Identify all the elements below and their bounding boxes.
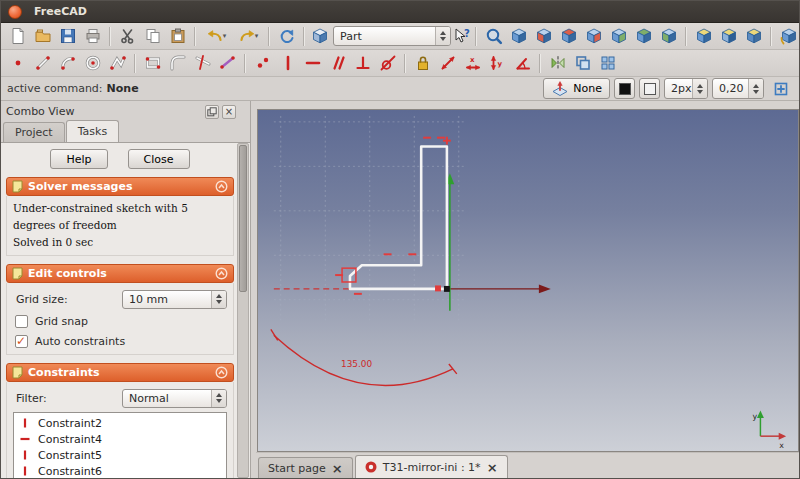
angle-arc[interactable] bbox=[271, 329, 457, 385]
workbench-combobox[interactable]: Part bbox=[333, 26, 451, 46]
filter-combobox[interactable]: Normal bbox=[122, 389, 227, 408]
sketch-point[interactable] bbox=[435, 285, 441, 291]
external-geometry-button[interactable] bbox=[215, 51, 240, 75]
save-document-button[interactable] bbox=[55, 24, 80, 48]
window-close-button[interactable] bbox=[8, 5, 22, 19]
constrain-distance-button[interactable] bbox=[435, 51, 460, 75]
collapse-icon[interactable] bbox=[215, 180, 228, 193]
trim-edge-button[interactable] bbox=[190, 51, 215, 75]
array-sketch-button[interactable] bbox=[595, 51, 620, 75]
sketch-canvas[interactable]: 135.00 y x bbox=[258, 110, 798, 451]
clone-sketch-button[interactable] bbox=[570, 51, 595, 75]
view-trimetric-button[interactable] bbox=[741, 24, 766, 48]
constrain-perpendicular-button[interactable] bbox=[350, 51, 375, 75]
constrain-tangent-button[interactable] bbox=[375, 51, 400, 75]
panel-float-button[interactable] bbox=[205, 105, 219, 119]
help-button[interactable]: Help bbox=[50, 149, 107, 169]
create-circle-button[interactable] bbox=[80, 51, 105, 75]
panel-close-button[interactable]: × bbox=[222, 105, 236, 119]
constraint-list-item[interactable]: Constraint2 bbox=[14, 415, 226, 431]
redo-button[interactable]: ▾ bbox=[232, 24, 264, 48]
create-polyline-button[interactable] bbox=[105, 51, 130, 75]
scrollbar-thumb[interactable] bbox=[239, 145, 247, 292]
origin-point[interactable] bbox=[444, 286, 450, 292]
fit-all-button[interactable] bbox=[481, 24, 506, 48]
create-line-button[interactable] bbox=[30, 51, 55, 75]
auto-constraints-checkbox-row[interactable]: Auto constraints bbox=[15, 334, 225, 349]
autogroup-button[interactable] bbox=[768, 77, 793, 101]
view-top-button[interactable] bbox=[556, 24, 581, 48]
redo-dropdown-caret[interactable]: ▾ bbox=[255, 32, 259, 40]
view-dimetric-button[interactable] bbox=[716, 24, 741, 48]
svg-text:x: x bbox=[470, 56, 475, 64]
undo-button[interactable]: ▾ bbox=[200, 24, 232, 48]
working-plane-button[interactable]: None bbox=[543, 78, 610, 99]
view-front-button[interactable] bbox=[531, 24, 556, 48]
constrain-coincident-button[interactable] bbox=[250, 51, 275, 75]
cut-button[interactable] bbox=[115, 24, 140, 48]
constraints-header[interactable]: Constraints bbox=[6, 363, 234, 382]
undo-dropdown-caret[interactable]: ▾ bbox=[223, 32, 227, 40]
constrain-parallel-button[interactable] bbox=[325, 51, 350, 75]
tab-close-icon[interactable]: × bbox=[332, 462, 343, 475]
line-width-spinbox[interactable]: 2px bbox=[664, 78, 708, 99]
whatsthis-button[interactable]: ? bbox=[453, 24, 471, 48]
titlebar[interactable]: FreeCAD bbox=[1, 1, 799, 23]
constrain-distance-x-button[interactable]: x bbox=[460, 51, 485, 75]
tab-close-icon[interactable]: × bbox=[487, 461, 498, 474]
solver-messages-header[interactable]: Solver messages bbox=[6, 177, 234, 196]
spinner-arrows-icon[interactable] bbox=[748, 79, 763, 98]
collapse-icon[interactable] bbox=[215, 267, 228, 280]
collapse-icon[interactable] bbox=[215, 366, 228, 379]
mirror-sketch-button[interactable] bbox=[545, 51, 570, 75]
sketch-profile[interactable] bbox=[350, 147, 447, 289]
view-left-button[interactable] bbox=[656, 24, 681, 48]
tab-tasks[interactable]: Tasks bbox=[66, 120, 119, 142]
view-isometric-button[interactable] bbox=[691, 24, 716, 48]
constraint-list-item[interactable]: Constraint6 bbox=[14, 463, 226, 478]
auto-constraints-checkbox[interactable] bbox=[15, 335, 28, 348]
panel-scrollbar[interactable] bbox=[237, 143, 249, 478]
constraint-list-item[interactable]: Constraint4 bbox=[14, 431, 226, 447]
view-left-icon bbox=[660, 27, 678, 45]
line-color-button[interactable] bbox=[614, 78, 635, 99]
angle-dimension-label[interactable]: 135.00 bbox=[341, 359, 372, 369]
constrain-vertical-button[interactable] bbox=[275, 51, 300, 75]
edit-controls-header[interactable]: Edit controls bbox=[6, 264, 234, 283]
paste-button[interactable] bbox=[165, 24, 190, 48]
document-tab[interactable]: T31-mirror-ini : 1*× bbox=[355, 455, 508, 478]
spinner-arrows-icon[interactable] bbox=[692, 79, 707, 98]
constrain-distance-y-button[interactable]: y bbox=[485, 51, 510, 75]
grid-snap-checkbox-row[interactable]: Grid snap bbox=[15, 314, 225, 329]
constraint-list[interactable]: Constraint2Constraint4Constraint5Constra… bbox=[13, 412, 227, 478]
constrain-lock-button[interactable] bbox=[410, 51, 435, 75]
create-rectangle-button[interactable] bbox=[140, 51, 165, 75]
view-axonometric-button[interactable] bbox=[506, 24, 531, 48]
create-fillet-button[interactable] bbox=[165, 51, 190, 75]
toolbar-separator bbox=[475, 27, 477, 46]
create-point-button[interactable] bbox=[5, 51, 30, 75]
copy-button[interactable] bbox=[140, 24, 165, 48]
view-right-button[interactable] bbox=[581, 24, 606, 48]
face-color-button[interactable] bbox=[639, 78, 660, 99]
constraint-list-item[interactable]: Constraint5 bbox=[14, 447, 226, 463]
create-arc-button[interactable] bbox=[55, 51, 80, 75]
workbench-selector[interactable]: Part bbox=[311, 26, 451, 46]
document-tab[interactable]: Start page× bbox=[258, 457, 353, 478]
3d-viewport[interactable]: 135.00 y x bbox=[257, 109, 799, 452]
view-bottom-button[interactable] bbox=[631, 24, 656, 48]
close-task-button[interactable]: Close bbox=[128, 149, 190, 169]
open-document-button[interactable] bbox=[30, 24, 55, 48]
view-rotate-left-button[interactable] bbox=[776, 24, 800, 48]
constrain-angle-button[interactable] bbox=[510, 51, 535, 75]
constrain-horizontal-button[interactable] bbox=[300, 51, 325, 75]
toolbar-row-standard: ▾▾ Part ? bbox=[1, 23, 799, 50]
view-rear-button[interactable] bbox=[606, 24, 631, 48]
tab-project[interactable]: Project bbox=[3, 122, 65, 142]
refresh-button[interactable] bbox=[274, 24, 299, 48]
new-document-button[interactable] bbox=[5, 24, 30, 48]
print-document-button[interactable] bbox=[80, 24, 105, 48]
text-scale-spinbox[interactable]: 0,20 bbox=[712, 78, 764, 99]
grid-snap-checkbox[interactable] bbox=[15, 315, 28, 328]
grid-size-combobox[interactable]: 10 mm bbox=[122, 290, 227, 309]
